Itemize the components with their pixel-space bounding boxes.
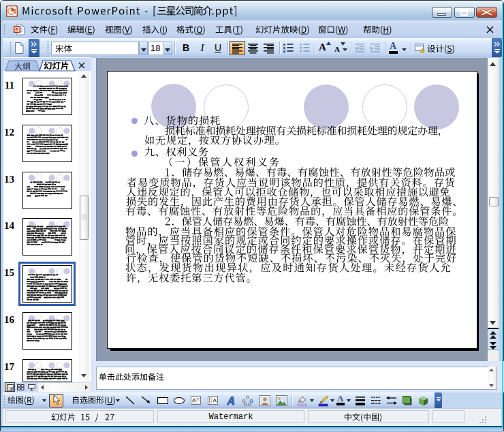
svg-text:A: A bbox=[192, 397, 196, 403]
svg-text:A: A bbox=[213, 397, 217, 403]
